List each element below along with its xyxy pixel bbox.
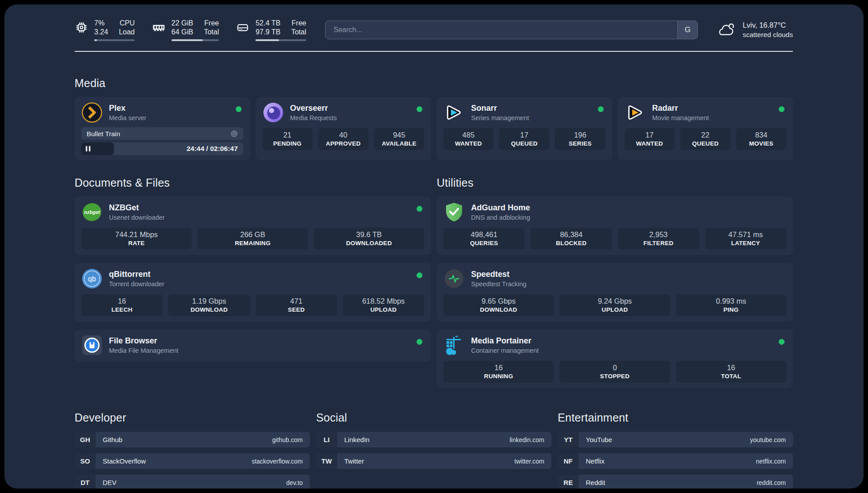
memory-icon [152, 21, 166, 34]
app-card-radarr[interactable]: Radarr Movie management 17WANTED 22QUEUE… [618, 97, 793, 160]
playback-time: 24:44 / 02:06:47 [187, 142, 238, 155]
stat-queued: 22QUEUED [680, 128, 730, 150]
bookmark-stackoverflow[interactable]: SO StackOverflow stackoverflow.com [75, 453, 310, 469]
disk-total-value: 97.9 TB [255, 28, 280, 37]
stat-wanted: 485WANTED [443, 128, 493, 150]
disk-stat: 52.4 TB 97.9 TB Free Total [236, 19, 306, 41]
bookmark-name: Github [103, 436, 122, 443]
filebrowser-icon [81, 334, 103, 356]
stat-upload: 618.52 MbpsUPLOAD [343, 294, 424, 316]
bookmark-youtube[interactable]: YT YouTube youtube.com [558, 432, 793, 447]
bookmark-name: Netflix [586, 457, 605, 465]
app-title: AdGuard Home [471, 203, 530, 213]
disk-free-value: 52.4 TB [255, 19, 280, 28]
status-dot [236, 106, 242, 112]
speedtest-icon [443, 268, 465, 289]
bookmark-abbr: LI [316, 432, 337, 447]
app-title: Plex [109, 104, 146, 113]
bookmark-name: DEV [103, 479, 117, 486]
bookmark-abbr: NF [558, 453, 579, 469]
cpu-usage-label: CPU [119, 19, 135, 28]
bookmark-abbr: SO [75, 453, 96, 469]
app-subtitle: Media server [109, 114, 146, 121]
bookmark-twitter[interactable]: TW Twitter twitter.com [316, 453, 551, 469]
app-card-portainer[interactable]: Media Portainer Container management 16R… [437, 330, 793, 388]
bookmark-linkedin[interactable]: LI LinkedIn linkedin.com [316, 432, 551, 447]
app-subtitle: Torrent downloader [109, 280, 164, 288]
sonarr-icon [443, 102, 465, 123]
disk-free-label: Free [291, 19, 306, 28]
app-card-plex[interactable]: Plex Media server Bullet Train [75, 97, 250, 160]
radarr-icon [625, 102, 646, 123]
documents-heading: Documents & Files [75, 176, 431, 189]
bookmark-url: reddit.com [757, 479, 786, 486]
bookmark-abbr: GH [75, 432, 96, 447]
bookmark-url: twitter.com [514, 458, 544, 465]
app-title: Overseerr [290, 104, 337, 113]
camera-icon [230, 130, 238, 138]
search-input[interactable] [326, 21, 677, 39]
app-subtitle: DNS and adblocking [471, 214, 530, 221]
memory-total-value: 64 GiB [171, 28, 193, 37]
app-subtitle: Container management [471, 347, 539, 354]
developer-heading: Developer [75, 411, 310, 424]
social-heading: Social [316, 411, 551, 424]
stat-stopped: 0STOPPED [559, 361, 670, 383]
app-subtitle: Series management [471, 114, 529, 121]
qbittorrent-icon: qb [81, 268, 103, 289]
stat-blocked: 86,384BLOCKED [530, 228, 612, 250]
section-developer: Developer GH Github github.com SO StackO… [75, 411, 310, 489]
status-dot [779, 339, 785, 345]
stat-downloaded: 39.6 TBDOWNLOADED [314, 228, 424, 250]
app-card-qbittorrent[interactable]: qb qBittorrent Torrent downloader 16LEEC… [75, 263, 431, 322]
bookmark-abbr: YT [558, 432, 579, 447]
disk-icon [236, 21, 250, 34]
stat-ping: 0.993 msPING [676, 294, 786, 316]
bookmark-name: Twitter [344, 457, 364, 465]
bookmark-dev[interactable]: DT DEV dev.to [75, 475, 310, 489]
stat-running: 16RUNNING [443, 361, 554, 383]
stat-seed: 471SEED [256, 294, 337, 316]
memory-total-label: Total [204, 28, 219, 37]
status-dot [598, 106, 604, 112]
bookmark-name: LinkedIn [344, 436, 370, 443]
stat-approved: 40APPROVED [318, 128, 368, 150]
app-title: qBittorrent [109, 270, 164, 279]
stat-latency: 47.571 msLATENCY [705, 228, 786, 250]
app-card-nzbget[interactable]: nzbget NZBGet Usenet downloader 744.21 M… [75, 196, 431, 255]
app-card-filebrowser[interactable]: File Browser Media File Management [75, 330, 431, 361]
status-dot [417, 272, 422, 278]
search-engine-button[interactable]: G [677, 21, 697, 39]
status-dot [779, 106, 785, 112]
bookmark-name: Reddit [586, 479, 605, 486]
stat-available: 945AVAILABLE [374, 128, 424, 150]
app-title: NZBGet [109, 203, 165, 213]
bookmark-url: stackoverflow.com [252, 458, 303, 465]
bookmark-url: youtube.com [750, 436, 786, 443]
app-card-speedtest[interactable]: Speedtest Speedtest Tracking 9.65 GbpsDO… [437, 263, 793, 322]
memory-progress-bar [171, 39, 219, 41]
header: 7% 3.24 CPU Load [75, 19, 793, 41]
stat-upload: 9.24 GbpsUPLOAD [559, 294, 670, 316]
cloud-icon [716, 22, 736, 38]
app-card-overseerr[interactable]: Overseerr Media Requests 21PENDING 40APP… [256, 97, 431, 160]
status-dot [417, 106, 422, 112]
search-bar: G [325, 21, 698, 39]
stat-download: 9.65 GbpsDOWNLOAD [443, 294, 554, 316]
now-playing-row: Bullet Train [81, 127, 243, 140]
stat-wanted: 17WANTED [625, 128, 675, 150]
app-card-sonarr[interactable]: Sonarr Series management 485WANTED 17QUE… [437, 97, 612, 160]
bookmark-github[interactable]: GH Github github.com [75, 432, 310, 447]
nzbget-icon: nzbget [81, 201, 103, 223]
bookmark-netflix[interactable]: NF Netflix netflix.com [558, 453, 793, 469]
stat-queued: 17QUEUED [499, 128, 549, 150]
stat-queries: 498,461QUERIES [443, 228, 525, 250]
stat-movies: 834MOVIES [736, 128, 786, 150]
bookmark-reddit[interactable]: RE Reddit reddit.com [558, 475, 793, 489]
section-social: Social LI LinkedIn linkedin.com TW Twitt… [316, 411, 551, 489]
system-stats: 7% 3.24 CPU Load [75, 19, 306, 41]
app-card-adguard[interactable]: AdGuard Home DNS and adblocking 498,461Q… [437, 196, 793, 255]
app-subtitle: Speedtest Tracking [471, 280, 526, 288]
weather-widget: Lviv, 16.87°C scattered clouds [716, 21, 793, 39]
cpu-usage-value: 7% [94, 19, 108, 28]
